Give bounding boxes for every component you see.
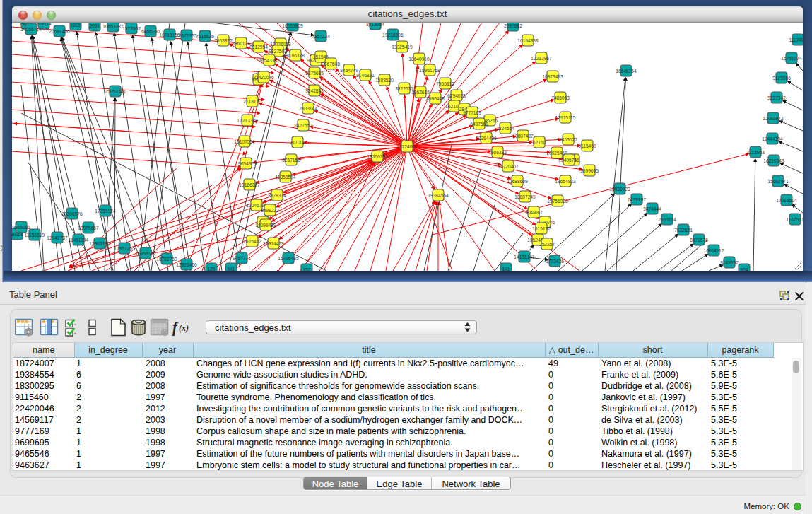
svg-text:16107554: 16107554 [234,139,255,144]
svg-text:15751074: 15751074 [781,56,802,61]
svg-text:9457771: 9457771 [233,256,251,261]
svg-text:14055714: 14055714 [20,27,42,32]
svg-text:13325419: 13325419 [392,45,413,49]
svg-text:2867608: 2867608 [322,62,340,66]
svg-text:22420046: 22420046 [253,75,274,80]
svg-text:16671355: 16671355 [176,33,197,38]
svg-text:6479197: 6479197 [628,197,646,202]
svg-text:7625402: 7625402 [243,239,261,244]
svg-text:17016504: 17016504 [776,198,797,203]
svg-text:17359924: 17359924 [95,209,116,214]
svg-text:9884067: 9884067 [524,210,543,215]
svg-text:8912954: 8912954 [249,45,268,49]
svg-text:18938923: 18938923 [609,187,630,192]
svg-text:1588520: 1588520 [375,78,394,83]
svg-text:17957255: 17957255 [114,246,135,251]
svg-text:3824554: 3824554 [496,126,514,131]
svg-text:924: 924 [740,267,748,271]
svg-text:19166827: 19166827 [239,182,260,187]
svg-text:10653287: 10653287 [102,24,124,29]
svg-text:19756928: 19756928 [547,199,568,204]
svg-text:3375685: 3375685 [305,71,324,76]
svg-text:8960124: 8960124 [232,41,250,46]
svg-text:18300295: 18300295 [367,154,388,159]
svg-text:1117404: 1117404 [789,37,803,42]
svg-text:12213967: 12213967 [531,56,552,61]
svg-text:2087682: 2087682 [504,23,522,28]
svg-text:7357224: 7357224 [312,34,330,39]
svg-text:9777169: 9777169 [463,110,481,115]
svg-text:16648764: 16648764 [616,69,637,74]
svg-text:9227342: 9227342 [767,95,786,100]
svg-text:7632621: 7632621 [674,228,693,233]
svg-text:9827503: 9827503 [269,49,287,54]
svg-text:16154838: 16154838 [517,38,539,43]
svg-text:8498222: 8498222 [261,208,279,213]
svg-text:12444194: 12444194 [762,136,783,141]
svg-text:7515526: 7515526 [196,34,214,39]
svg-text:157: 157 [302,267,310,271]
svg-text:9115460: 9115460 [578,144,596,148]
svg-text:141: 141 [502,267,510,271]
svg-text:15720407: 15720407 [498,164,519,169]
svg-text:10975867: 10975867 [78,226,99,230]
svg-text:2935114: 2935114 [658,217,676,222]
svg-text:12942737: 12942737 [47,235,68,240]
svg-text:15716485: 15716485 [278,256,299,261]
svg-text:10688609: 10688609 [507,179,528,184]
svg-text:18640910: 18640910 [408,57,430,62]
svg-text:16210643: 16210643 [763,158,784,163]
svg-text:941: 941 [227,267,235,271]
svg-text:16495756: 16495756 [558,158,579,163]
svg-text:9245652: 9245652 [720,260,739,265]
svg-text:11353594: 11353594 [276,175,296,180]
svg-text:2718120: 2718120 [243,99,261,104]
svg-text:9463627: 9463627 [559,137,577,142]
svg-text:18807249: 18807249 [514,194,536,199]
svg-text:7955812: 7955812 [436,81,454,86]
svg-text:8427552: 8427552 [294,123,312,128]
svg-text:16961758: 16961758 [419,68,440,73]
svg-text:129: 129 [207,267,215,271]
svg-text:12923466: 12923466 [176,262,197,267]
svg-text:18724007: 18724007 [396,144,418,149]
svg-text:8186328: 8186328 [286,53,305,58]
svg-text:20206576: 20206576 [61,211,83,216]
svg-text:10654112: 10654112 [704,248,724,253]
svg-text:19384554: 19384554 [428,193,449,198]
svg-text:11156819: 11156819 [25,233,45,238]
svg-text:1905: 1905 [71,23,81,28]
svg-text:10973493: 10973493 [542,74,563,79]
svg-text:1167531: 1167531 [786,217,803,222]
svg-text:f: f [172,320,179,336]
svg-text:7986322: 7986322 [488,150,507,155]
svg-text:10958107: 10958107 [135,251,156,256]
svg-text:3215953: 3215953 [746,150,765,155]
svg-text:8990448: 8990448 [426,96,445,101]
svg-text:2803144: 2803144 [299,106,317,111]
svg-text:12093872: 12093872 [763,116,784,121]
svg-text:25053346: 25053346 [105,89,126,94]
svg-text:19218506: 19218506 [382,33,404,37]
svg-text:917004: 917004 [290,140,305,145]
svg-text:8878334: 8878334 [268,193,286,198]
svg-text:1733426: 1733426 [546,259,564,264]
svg-text:2091: 2091 [90,23,100,28]
svg-text:20364436: 20364436 [476,136,497,141]
svg-text:8813054: 8813054 [366,23,384,27]
svg-text:9085081: 9085081 [12,225,30,230]
svg-text:9129966: 9129966 [772,76,791,81]
svg-text:6466160: 6466160 [141,29,160,34]
svg-text:9474444: 9474444 [643,206,661,211]
svg-text:12905135: 12905135 [89,241,110,246]
svg-text:1527602: 1527602 [122,26,141,31]
svg-text:1362615: 1362615 [411,90,430,95]
svg-text:12975115: 12975115 [555,115,576,120]
svg-text:16782759: 16782759 [156,257,177,262]
svg-text:16543382: 16543382 [259,58,280,63]
svg-text:252254: 252254 [539,242,555,247]
svg-text:11451194: 11451194 [69,238,89,243]
svg-text:14099489: 14099489 [255,223,276,228]
svg-text:20691406: 20691406 [49,29,70,34]
svg-text:19654923: 19654923 [555,179,576,184]
